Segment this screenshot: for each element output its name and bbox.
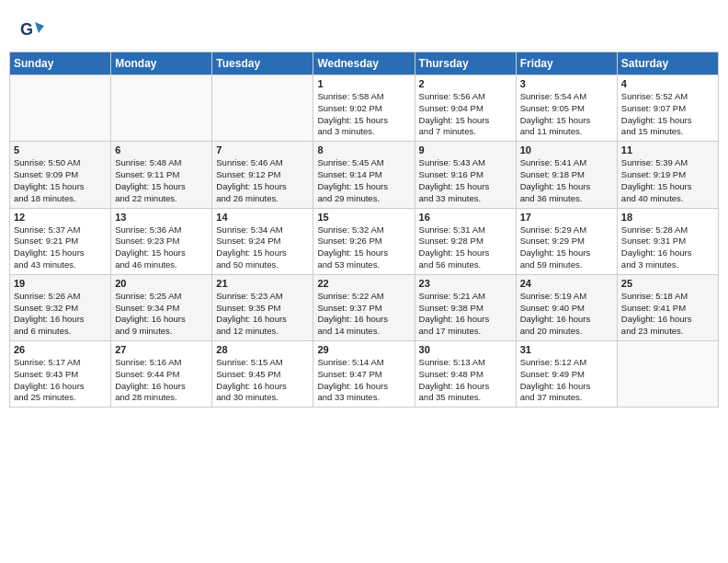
day-info: and 17 minutes. (419, 326, 512, 338)
calendar-cell-w3d4: 23Sunrise: 5:21 AMSunset: 9:38 PMDayligh… (415, 274, 516, 340)
day-number: 30 (419, 344, 512, 355)
day-info: Sunset: 9:19 PM (621, 169, 714, 181)
day-info: Sunrise: 5:28 AM (621, 224, 714, 236)
day-info: Sunrise: 5:32 AM (317, 224, 410, 236)
day-info: Sunset: 9:04 PM (419, 103, 512, 115)
day-info: Sunset: 9:16 PM (419, 169, 512, 181)
day-info: Sunrise: 5:36 AM (115, 224, 208, 236)
day-info: Daylight: 15 hours (621, 115, 714, 127)
day-info: Daylight: 16 hours (621, 314, 714, 326)
svg-marker-1 (35, 22, 44, 33)
calendar-cell-w0d5: 3Sunrise: 5:54 AMSunset: 9:05 PMDaylight… (516, 75, 617, 142)
day-info: Sunset: 9:23 PM (115, 236, 208, 247)
weekday-header-thursday: Thursday (415, 52, 516, 75)
day-info: Sunrise: 5:22 AM (317, 291, 410, 303)
calendar-cell-w2d3: 15Sunrise: 5:32 AMSunset: 9:26 PMDayligh… (313, 208, 415, 274)
calendar-cell-w4d5: 31Sunrise: 5:12 AMSunset: 9:49 PMDayligh… (516, 341, 617, 408)
day-info: Sunset: 9:11 PM (115, 169, 208, 181)
day-info: Sunset: 9:44 PM (115, 369, 208, 381)
day-info: and 20 minutes. (520, 326, 613, 338)
day-info: Daylight: 16 hours (115, 314, 208, 326)
day-number: 26 (14, 344, 107, 355)
logo-icon: G (18, 17, 44, 42)
day-info: Sunrise: 5:26 AM (14, 291, 107, 303)
page-header: G (9, 9, 719, 46)
day-info: and 37 minutes. (520, 392, 613, 404)
day-number: 18 (621, 212, 714, 223)
day-number: 20 (115, 278, 208, 289)
svg-text:G: G (20, 20, 33, 39)
day-number: 17 (520, 212, 613, 223)
day-number: 21 (216, 278, 309, 289)
day-info: and 26 minutes. (216, 193, 309, 205)
day-info: Sunrise: 5:50 AM (14, 157, 107, 169)
day-info: Sunrise: 5:48 AM (115, 157, 208, 169)
day-info: and 22 minutes. (115, 193, 208, 205)
calendar-cell-w1d0: 5Sunrise: 5:50 AMSunset: 9:09 PMDaylight… (10, 142, 111, 208)
calendar-cell-w0d0 (10, 75, 111, 142)
day-info: Sunrise: 5:52 AM (621, 91, 714, 103)
day-info: and 11 minutes. (520, 126, 613, 138)
day-info: Sunrise: 5:25 AM (115, 291, 208, 303)
day-info: Sunset: 9:14 PM (317, 169, 410, 181)
calendar-cell-w2d6: 18Sunrise: 5:28 AMSunset: 9:31 PMDayligh… (617, 208, 718, 274)
day-info: Daylight: 15 hours (115, 181, 208, 193)
calendar-cell-w4d1: 27Sunrise: 5:16 AMSunset: 9:44 PMDayligh… (111, 341, 212, 408)
day-info: and 15 minutes. (621, 126, 714, 138)
day-info: Sunset: 9:43 PM (14, 369, 107, 381)
weekday-header-sunday: Sunday (10, 52, 111, 75)
day-info: Daylight: 15 hours (419, 181, 512, 193)
day-info: and 43 minutes. (14, 259, 107, 271)
day-info: Sunrise: 5:19 AM (520, 291, 613, 303)
day-info: Sunset: 9:32 PM (14, 303, 107, 315)
calendar-cell-w2d0: 12Sunrise: 5:37 AMSunset: 9:21 PMDayligh… (10, 208, 111, 274)
day-info: Sunset: 9:05 PM (520, 103, 613, 115)
day-info: and 50 minutes. (216, 259, 309, 271)
day-number: 24 (520, 278, 613, 289)
day-number: 14 (216, 212, 309, 223)
day-info: Sunrise: 5:17 AM (14, 357, 107, 369)
day-info: Sunset: 9:18 PM (520, 169, 613, 181)
day-number: 12 (14, 212, 107, 223)
day-info: Daylight: 15 hours (419, 247, 512, 259)
logo: G (18, 17, 46, 42)
day-number: 19 (14, 278, 107, 289)
day-info: and 25 minutes. (14, 392, 107, 404)
day-info: Daylight: 15 hours (115, 247, 208, 259)
day-info: and 30 minutes. (216, 392, 309, 404)
calendar-cell-w3d5: 24Sunrise: 5:19 AMSunset: 9:40 PMDayligh… (516, 274, 617, 340)
day-info: and 23 minutes. (621, 326, 714, 338)
day-info: Sunrise: 5:54 AM (520, 91, 613, 103)
day-info: Sunset: 9:26 PM (317, 236, 410, 247)
day-number: 8 (317, 144, 410, 155)
day-info: Sunrise: 5:39 AM (621, 157, 714, 169)
day-info: Daylight: 15 hours (317, 181, 410, 193)
day-info: Daylight: 16 hours (317, 314, 410, 326)
day-info: Sunset: 9:47 PM (317, 369, 410, 381)
day-info: and 56 minutes. (419, 259, 512, 271)
day-info: Daylight: 15 hours (216, 247, 309, 259)
day-info: Sunrise: 5:15 AM (216, 357, 309, 369)
calendar-cell-w0d2 (212, 75, 313, 142)
day-info: Daylight: 16 hours (419, 381, 512, 393)
day-info: and 3 minutes. (317, 126, 410, 138)
calendar-cell-w3d1: 20Sunrise: 5:25 AMSunset: 9:34 PMDayligh… (111, 274, 212, 340)
day-info: and 59 minutes. (520, 259, 613, 271)
day-number: 29 (317, 344, 410, 355)
day-info: Sunrise: 5:41 AM (520, 157, 613, 169)
day-number: 25 (621, 278, 714, 289)
day-info: Daylight: 16 hours (14, 381, 107, 393)
day-info: Daylight: 16 hours (216, 314, 309, 326)
calendar-cell-w4d6 (617, 341, 718, 408)
day-info: Sunset: 9:49 PM (520, 369, 613, 381)
calendar-cell-w1d6: 11Sunrise: 5:39 AMSunset: 9:19 PMDayligh… (617, 142, 718, 208)
calendar-cell-w0d6: 4Sunrise: 5:52 AMSunset: 9:07 PMDaylight… (617, 75, 718, 142)
day-info: and 28 minutes. (115, 392, 208, 404)
calendar-cell-w3d2: 21Sunrise: 5:23 AMSunset: 9:35 PMDayligh… (212, 274, 313, 340)
day-info: Sunrise: 5:31 AM (419, 224, 512, 236)
calendar-cell-w1d3: 8Sunrise: 5:45 AMSunset: 9:14 PMDaylight… (313, 142, 415, 208)
calendar-cell-w0d3: 1Sunrise: 5:58 AMSunset: 9:02 PMDaylight… (313, 75, 415, 142)
day-number: 13 (115, 212, 208, 223)
day-info: and 14 minutes. (317, 326, 410, 338)
day-info: and 33 minutes. (317, 392, 410, 404)
